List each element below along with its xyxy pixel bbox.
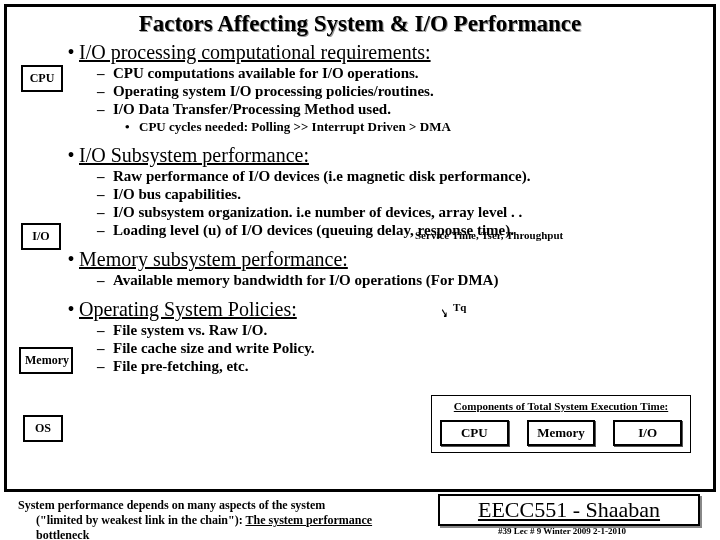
sub-bullet: –I/O Data Transfer/Processing Method use…: [97, 101, 699, 118]
side-label-os: OS: [23, 415, 63, 442]
sub-bullet: –Raw performance of I/O devices (i.e mag…: [97, 168, 699, 185]
sub-sub-bullet: •CPU cycles needed: Polling >> Interrupt…: [125, 119, 699, 135]
components-title: Components of Total System Execution Tim…: [436, 400, 686, 412]
bullet-io-req: •I/O processing computational requiremen…: [63, 41, 699, 64]
components-row: CPU Memory I/O: [436, 420, 686, 448]
components-box: Components of Total System Execution Tim…: [431, 395, 691, 453]
footer-line2: ("limited by weakest link in the chain")…: [18, 513, 418, 540]
sub-bullet: –File pre-fetching, etc.: [97, 358, 699, 375]
slide-title: Factors Affecting System & I/O Performan…: [7, 11, 713, 37]
bullet-memory: •Memory subsystem performance:: [63, 248, 699, 271]
sub-bullet: –Operating system I/O processing policie…: [97, 83, 699, 100]
sub-bullet: –File cache size and write Policy.: [97, 340, 699, 357]
bullet-os: •Operating System Policies:: [63, 298, 699, 321]
slide-frame: Factors Affecting System & I/O Performan…: [4, 4, 716, 492]
sub-bullet: –I/O bus capabilities.: [97, 186, 699, 203]
footer-note: System performance depends on many aspec…: [18, 498, 418, 540]
footer-line1: System performance depends on many aspec…: [18, 498, 418, 513]
sub-bullet: –File system vs. Raw I/O.: [97, 322, 699, 339]
bullet-io-subsys: •I/O Subsystem performance:: [63, 144, 699, 167]
comp-io: I/O: [613, 420, 682, 446]
comp-memory: Memory: [527, 420, 596, 446]
course-badge: EECC551 - Shaaban: [438, 494, 700, 526]
sub-bullet: –Loading level (u) of I/O devices (queui…: [97, 222, 699, 239]
sub-bullet: –Available memory bandwidth for I/O oper…: [97, 272, 699, 289]
sub-bullet: –I/O subsystem organization. i.e number …: [97, 204, 699, 221]
content-area: •I/O processing computational requiremen…: [7, 37, 713, 375]
sub-bullet: –CPU computations available for I/O oper…: [97, 65, 699, 82]
comp-cpu: CPU: [440, 420, 509, 446]
slide-meta: #39 Lec # 9 Winter 2009 2-1-2010: [498, 526, 626, 536]
note-service-time: Service Time, Tser, Throughput: [415, 229, 563, 241]
note-tq: Tq: [453, 301, 466, 313]
arrow-icon: ↘: [441, 305, 448, 321]
